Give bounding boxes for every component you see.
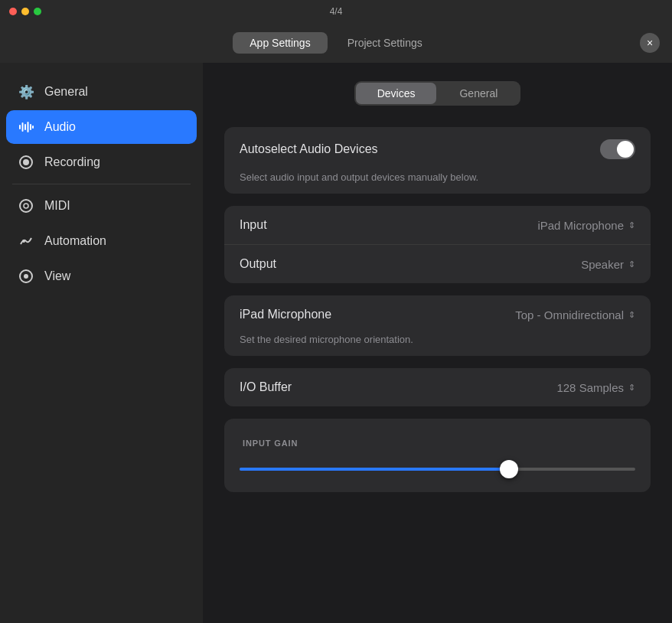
input-gain-label: INPUT GAIN: [240, 432, 635, 452]
svg-rect-3: [28, 122, 29, 132]
toggle-knob: [617, 141, 634, 158]
mic-row[interactable]: iPad Microphone Top - Omnidirectional ⇕: [224, 295, 651, 334]
autoselect-toggle[interactable]: [600, 139, 635, 159]
gear-icon: ⚙️: [18, 84, 34, 99]
sidebar-label-midi: MIDI: [44, 199, 70, 213]
sidebar-label-view: View: [44, 269, 70, 283]
mic-value-container[interactable]: Top - Omnidirectional ⇕: [515, 308, 635, 321]
sidebar-label-audio: Audio: [44, 120, 76, 134]
sidebar-divider: [12, 184, 191, 184]
sidebar-item-general[interactable]: ⚙️ General: [6, 75, 197, 109]
autoselect-row: Autoselect Audio Devices: [224, 127, 651, 171]
buffer-label: I/O Buffer: [240, 380, 292, 394]
mic-label: iPad Microphone: [240, 308, 331, 321]
svg-rect-2: [24, 124, 26, 130]
input-gain-slider-wrapper[interactable]: [240, 460, 635, 478]
mic-chevron-icon: ⇕: [628, 310, 635, 320]
output-row[interactable]: Output Speaker ⇕: [224, 244, 651, 283]
svg-rect-5: [32, 126, 34, 129]
svg-rect-1: [22, 122, 24, 132]
output-label: Output: [240, 257, 276, 271]
svg-rect-4: [30, 124, 31, 130]
buffer-row[interactable]: I/O Buffer 128 Samples ⇕: [224, 368, 651, 406]
waveform-icon: [18, 119, 34, 135]
sidebar-item-midi[interactable]: MIDI: [6, 189, 197, 223]
window-controls: [9, 8, 41, 15]
content-area: Devices General Autoselect Audio Devices…: [203, 63, 672, 623]
output-chevron-icon: ⇕: [628, 259, 635, 269]
svg-point-12: [24, 274, 28, 279]
slider-fill: [240, 468, 509, 471]
main-tab-bar: App Settings Project Settings ×: [0, 23, 672, 63]
autoselect-label: Autoselect Audio Devices: [240, 142, 378, 156]
autoselect-description: Select audio input and output devices ma…: [224, 171, 651, 194]
mic-description: Set the desired microphone orientation.: [224, 334, 651, 356]
sub-tab-bar: Devices General: [224, 81, 651, 106]
sub-tab-devices[interactable]: Devices: [356, 83, 437, 104]
minimize-dot[interactable]: [21, 8, 29, 15]
mic-value: Top - Omnidirectional: [515, 308, 624, 321]
close-dot[interactable]: [9, 8, 17, 15]
slider-track: [240, 468, 635, 471]
buffer-card: I/O Buffer 128 Samples ⇕: [224, 368, 651, 406]
top-bar: 4/4: [0, 0, 672, 23]
input-gain-card: INPUT GAIN: [224, 419, 651, 492]
input-value-container[interactable]: iPad Microphone ⇕: [537, 219, 635, 232]
input-row[interactable]: Input iPad Microphone ⇕: [224, 206, 651, 244]
svg-rect-0: [19, 125, 21, 129]
sub-tab-general[interactable]: General: [438, 83, 519, 104]
sidebar-label-general: General: [44, 85, 88, 99]
sidebar-label-automation: Automation: [44, 234, 106, 248]
sidebar-label-recording: Recording: [44, 155, 100, 169]
slider-thumb[interactable]: [500, 460, 518, 478]
input-label: Input: [240, 218, 267, 232]
svg-point-9: [24, 204, 28, 208]
sidebar: ⚙️ General Audio: [0, 63, 203, 623]
svg-point-10: [22, 240, 25, 243]
midi-icon: [18, 198, 34, 214]
buffer-value-container[interactable]: 128 Samples ⇕: [556, 381, 635, 394]
svg-point-8: [20, 200, 32, 212]
autoselect-card: Autoselect Audio Devices Select audio in…: [224, 127, 651, 194]
sub-tab-group: Devices General: [354, 81, 521, 106]
buffer-chevron-icon: ⇕: [628, 383, 635, 393]
tab-app-settings[interactable]: App Settings: [233, 32, 327, 54]
main-area: ⚙️ General Audio: [0, 63, 672, 623]
svg-point-7: [23, 159, 29, 165]
view-icon: [18, 269, 34, 284]
output-value-container[interactable]: Speaker ⇕: [581, 258, 635, 271]
record-icon: [18, 155, 34, 170]
output-value: Speaker: [581, 258, 624, 271]
track-counter: 4/4: [330, 6, 343, 17]
maximize-dot[interactable]: [34, 8, 41, 15]
mic-card: iPad Microphone Top - Omnidirectional ⇕ …: [224, 295, 651, 356]
input-value: iPad Microphone: [537, 219, 624, 232]
close-button[interactable]: ×: [640, 33, 660, 53]
buffer-value: 128 Samples: [556, 381, 624, 394]
io-card: Input iPad Microphone ⇕ Output Speaker ⇕: [224, 206, 651, 283]
sidebar-item-audio[interactable]: Audio: [6, 110, 197, 144]
sidebar-item-automation[interactable]: Automation: [6, 224, 197, 258]
automation-icon: [18, 233, 34, 249]
tab-project-settings[interactable]: Project Settings: [331, 32, 439, 54]
sidebar-item-view[interactable]: View: [6, 259, 197, 293]
sidebar-item-recording[interactable]: Recording: [6, 145, 197, 179]
input-chevron-icon: ⇕: [628, 220, 635, 230]
